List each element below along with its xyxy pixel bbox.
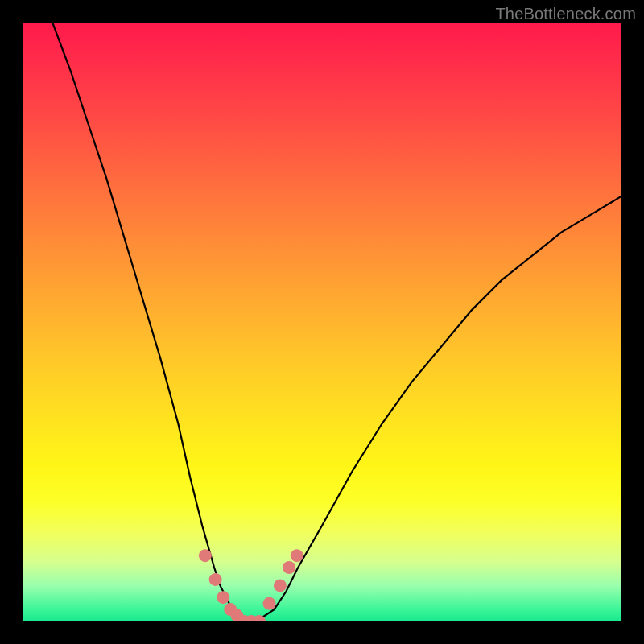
watermark-text: TheBottleneck.com <box>495 5 636 23</box>
marker-point <box>291 549 303 562</box>
marker-group <box>199 549 303 621</box>
marker-point <box>217 591 229 604</box>
chart-frame: TheBottleneck.com <box>0 0 644 644</box>
marker-point <box>283 561 295 574</box>
marker-point <box>274 579 287 592</box>
marker-point <box>263 597 276 610</box>
chart-svg <box>23 23 621 621</box>
plot-area <box>23 23 621 621</box>
bottleneck-curve <box>52 23 621 621</box>
marker-point <box>209 573 222 586</box>
marker-point <box>199 549 212 562</box>
